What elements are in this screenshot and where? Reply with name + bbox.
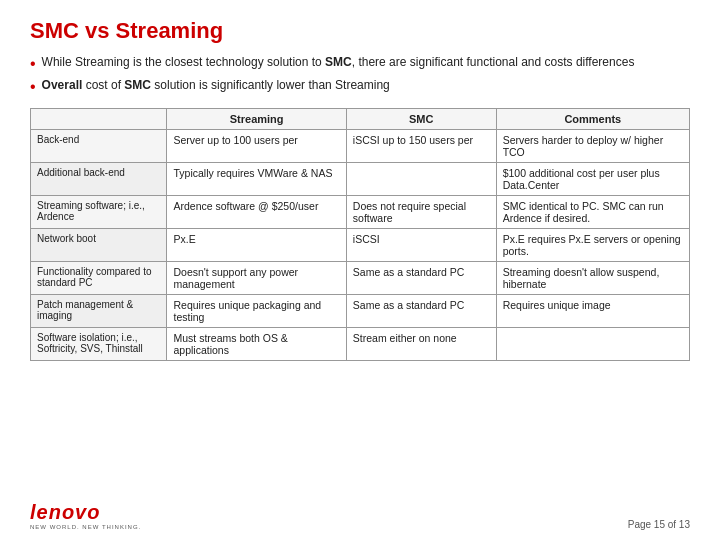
cell-smc: Same as a standard PC [346,262,496,295]
table-body: Back-endServer up to 100 users periSCSI … [31,130,690,361]
cell-comments: Servers harder to deploy w/ higher TCO [496,130,689,163]
bullet-1: • While Streaming is the closest technol… [30,54,690,73]
cell-comments [496,328,689,361]
col-header-row [31,109,167,130]
cell-streaming: Must streams both OS & applications [167,328,346,361]
cell-smc [346,163,496,196]
col-header-comments: Comments [496,109,689,130]
cell-streaming: Px.E [167,229,346,262]
cell-comments: $100 additional cost per user plus Data.… [496,163,689,196]
cell-streaming: Doesn't support any power management [167,262,346,295]
lenovo-logo-sub: NEW WORLD. NEW THINKING. [30,524,141,530]
cell-comments: Streaming doesn't allow suspend, hiberna… [496,262,689,295]
page-number: Page 15 of 13 [628,519,690,530]
table-row: Software isolation; i.e., Softricity, SV… [31,328,690,361]
cell-smc: iSCSI up to 150 users per [346,130,496,163]
cell-row: Back-end [31,130,167,163]
col-header-streaming: Streaming [167,109,346,130]
slide: SMC vs Streaming • While Streaming is th… [0,0,720,540]
cell-row: Software isolation; i.e., Softricity, SV… [31,328,167,361]
cell-row: Functionality compared to standard PC [31,262,167,295]
bullet-dot-2: • [30,77,36,96]
cell-comments: Px.E requires Px.E servers or opening po… [496,229,689,262]
col-header-smc: SMC [346,109,496,130]
cell-comments: Requires unique image [496,295,689,328]
bullet-2-text: Overall cost of SMC solution is signific… [42,77,390,94]
table-header-row: Streaming SMC Comments [31,109,690,130]
slide-title: SMC vs Streaming [30,18,690,44]
cell-comments: SMC identical to PC. SMC can run Ardence… [496,196,689,229]
cell-streaming: Ardence software @ $250/user [167,196,346,229]
bullet-2: • Overall cost of SMC solution is signif… [30,77,690,96]
footer: lenovo NEW WORLD. NEW THINKING. Page 15 … [30,502,690,530]
cell-smc: Does not require special software [346,196,496,229]
cell-row: Patch management & imaging [31,295,167,328]
bullet-1-text: While Streaming is the closest technolog… [42,54,635,71]
cell-streaming: Server up to 100 users per [167,130,346,163]
cell-row: Additional back-end [31,163,167,196]
table-row: Streaming software; i.e., ArdenceArdence… [31,196,690,229]
bullets-section: • While Streaming is the closest technol… [30,54,690,96]
table-row: Network bootPx.EiSCSIPx.E requires Px.E … [31,229,690,262]
cell-streaming: Requires unique packaging and testing [167,295,346,328]
comparison-table: Streaming SMC Comments Back-endServer up… [30,108,690,361]
lenovo-logo-text: lenovo [30,502,100,522]
cell-smc: Stream either on none [346,328,496,361]
cell-smc: Same as a standard PC [346,295,496,328]
cell-row: Streaming software; i.e., Ardence [31,196,167,229]
table-row: Patch management & imagingRequires uniqu… [31,295,690,328]
table-row: Back-endServer up to 100 users periSCSI … [31,130,690,163]
cell-smc: iSCSI [346,229,496,262]
table-row: Functionality compared to standard PCDoe… [31,262,690,295]
bullet-dot-1: • [30,54,36,73]
cell-streaming: Typically requires VMWare & NAS [167,163,346,196]
table-row: Additional back-endTypically requires VM… [31,163,690,196]
cell-row: Network boot [31,229,167,262]
lenovo-logo: lenovo NEW WORLD. NEW THINKING. [30,502,141,530]
